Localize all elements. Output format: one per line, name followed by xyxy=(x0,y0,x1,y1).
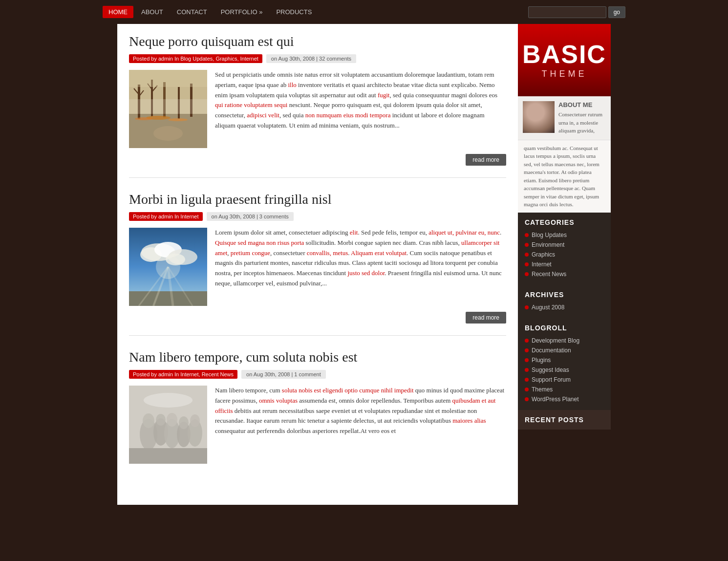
search-input[interactable] xyxy=(528,6,606,18)
sidebar-header: BASIC THEME xyxy=(518,24,611,96)
post-2: Morbi in ligula praesent fringilla nisl … xyxy=(129,192,506,336)
post-3-image xyxy=(129,386,207,464)
category-blog-updates-link[interactable]: Blog Updates xyxy=(532,232,567,238)
nav-item-portfolio[interactable]: PORTFOLIO » xyxy=(215,6,269,18)
bullet-icon xyxy=(525,253,529,257)
post-3-link-omnis[interactable]: omnis voluptas xyxy=(259,397,298,404)
post-3-link-quib[interactable]: quibusdam et aut officiis xyxy=(215,397,495,414)
blogroll-support-forum: Support Forum xyxy=(525,375,604,385)
archive-aug-2008-link[interactable]: August 2008 xyxy=(532,304,564,311)
category-blog-updates: Blog Updates xyxy=(525,230,604,240)
svg-point-24 xyxy=(166,254,185,265)
blogroll-suggest-ideas: Suggest Ideas xyxy=(525,365,604,375)
post-2-link-justo[interactable]: justo sed dolor xyxy=(347,269,385,277)
category-environment-link[interactable]: Environment xyxy=(532,241,564,248)
about-me-short-text: Consectetuer rutrum urna in, a molestie … xyxy=(558,110,606,135)
post-3-link-soluta[interactable]: soluta nobis est eligendi optio cumque n… xyxy=(282,387,414,394)
category-recent-news-link[interactable]: Recent News xyxy=(532,271,566,278)
svg-point-37 xyxy=(179,416,189,429)
post-2-link-convallis[interactable]: convallis, metus xyxy=(307,249,348,257)
bullet-icon xyxy=(525,305,529,309)
nav-links: HOME ABOUT CONTACT PORTFOLIO » PRODUCTS xyxy=(103,6,318,18)
svg-rect-15 xyxy=(129,70,207,87)
bullet-icon xyxy=(525,339,529,343)
post-1: Neque porro quisquam est qui Posted by a… xyxy=(129,34,506,178)
nav-item-contact[interactable]: CONTACT xyxy=(171,6,213,18)
post-1-link-av[interactable]: adipisci velit xyxy=(247,111,279,119)
blogroll-docs-link[interactable]: Documentation xyxy=(532,347,571,354)
post-2-date: on Aug 30th, 2008 | 3 comments xyxy=(207,212,294,221)
categories-list: Blog Updates Environment Graphics Intern… xyxy=(518,230,611,285)
nav-item-home[interactable]: HOME xyxy=(103,6,133,18)
post-1-link-fugit[interactable]: fugit xyxy=(378,91,390,99)
post-2-link-elit[interactable]: elit xyxy=(350,229,358,236)
search-bar: go xyxy=(528,6,625,18)
blogroll-wordpress-planet-link[interactable]: WordPress Planet xyxy=(532,396,579,403)
nav-item-about[interactable]: ABOUT xyxy=(135,6,169,18)
blogroll-plugins-link[interactable]: Plugins xyxy=(532,357,551,364)
category-recent-news: Recent News xyxy=(525,269,604,279)
about-me-full-text: quam vestibulum ac. Consequat ut lacus t… xyxy=(518,140,611,213)
post-3-body: Nam libero tempore, cum soluta nobis est… xyxy=(215,386,506,464)
about-me-block: ABOUT ME Consectetuer rutrum urna in, a … xyxy=(518,96,611,140)
blogroll-themes-link[interactable]: Themes xyxy=(532,386,553,393)
post-2-link-aliquet[interactable]: aliquet ut, pulvinar eu, nunc xyxy=(428,229,500,236)
blogroll-dev-blog-link[interactable]: Development Blog xyxy=(532,337,579,344)
post-1-read-more-button[interactable]: read more xyxy=(466,154,506,166)
bullet-icon xyxy=(525,262,529,266)
svg-point-33 xyxy=(156,414,166,426)
svg-point-35 xyxy=(167,413,177,427)
post-1-link-qr[interactable]: qui ratione voluptatem sequi xyxy=(215,101,287,108)
blogroll-list: Development Blog Documentation Plugins S… xyxy=(518,336,611,410)
blogroll-suggest-ideas-link[interactable]: Suggest Ideas xyxy=(532,367,569,373)
svg-rect-40 xyxy=(129,448,207,464)
post-3-category-tag: Posted by admin In Internet, Recent News xyxy=(129,370,237,379)
blogroll-dev-blog: Development Blog xyxy=(525,336,604,345)
bullet-icon xyxy=(525,272,529,276)
post-3-content-row: Nam libero tempore, cum soluta nobis est… xyxy=(129,386,506,464)
archive-aug-2008: August 2008 xyxy=(525,302,604,312)
blogroll-support-forum-link[interactable]: Support Forum xyxy=(532,376,571,383)
main-wrapper: Neque porro quisquam est qui Posted by a… xyxy=(117,24,611,505)
category-internet-link[interactable]: Internet xyxy=(532,261,552,268)
post-2-title: Morbi in ligula praesent fringilla nisl xyxy=(129,192,506,207)
post-1-meta: Posted by admin In Blog Updates, Graphic… xyxy=(129,54,506,63)
post-1-category-tag: Posted by admin In Blog Updates, Graphic… xyxy=(129,54,262,63)
post-2-read-more-button[interactable]: read more xyxy=(466,312,506,324)
category-internet: Internet xyxy=(525,259,604,269)
post-1-date: on Aug 30th, 2008 | 32 comments xyxy=(266,54,356,63)
svg-rect-16 xyxy=(129,99,207,114)
blogroll-plugins: Plugins xyxy=(525,355,604,365)
bullet-icon xyxy=(525,243,529,247)
bullet-icon xyxy=(525,348,529,352)
post-3-title: Nam libero tempore, cum soluta nobis est xyxy=(129,349,506,365)
svg-point-31 xyxy=(143,413,154,428)
nav-item-products[interactable]: PRODUCTS xyxy=(270,6,318,18)
post-1-image xyxy=(129,70,207,148)
post-1-link-nn[interactable]: non numquam eius modi tempora xyxy=(305,111,391,119)
category-graphics-link[interactable]: Graphics xyxy=(532,251,555,258)
post-2-link-pretium[interactable]: pretium congue xyxy=(231,249,270,257)
categories-title: CATEGORIES xyxy=(518,213,611,230)
archives-list: August 2008 xyxy=(518,302,611,318)
post-1-content-row: Sed ut perspiciatis unde omnis iste natu… xyxy=(129,70,506,148)
categories-section: CATEGORIES Blog Updates Environment Grap… xyxy=(518,213,611,430)
post-2-category-tag: Posted by admin In Internet xyxy=(129,212,203,221)
sidebar: BASIC THEME ABOUT ME Consectetuer rutrum… xyxy=(518,24,611,505)
post-1-link-illo[interactable]: illo xyxy=(288,81,296,88)
search-go-button[interactable]: go xyxy=(608,6,625,18)
bullet-icon xyxy=(525,358,529,362)
svg-point-12 xyxy=(168,118,188,121)
blogroll-title: BLOGROLL xyxy=(518,318,611,336)
post-2-image xyxy=(129,228,207,306)
archives-title: ARCHIVES xyxy=(518,285,611,302)
navigation-bar: HOME ABOUT CONTACT PORTFOLIO » PRODUCTS … xyxy=(0,0,728,24)
post-2-content-row: Lorem ipsum dolor sit amet, consectetuer… xyxy=(129,228,506,306)
post-2-link-quisque[interactable]: Quisque sed magna non risus porta xyxy=(215,239,304,246)
about-avatar xyxy=(523,101,555,133)
post-3: Nam libero tempore, cum soluta nobis est… xyxy=(129,349,506,481)
sidebar-basic-label: BASIC xyxy=(522,42,606,67)
post-3-link-maiores[interactable]: maiores alias xyxy=(452,417,486,424)
post-2-link-aliquam[interactable]: Aliquam erat volutpat xyxy=(351,249,407,257)
svg-point-13 xyxy=(135,117,152,120)
